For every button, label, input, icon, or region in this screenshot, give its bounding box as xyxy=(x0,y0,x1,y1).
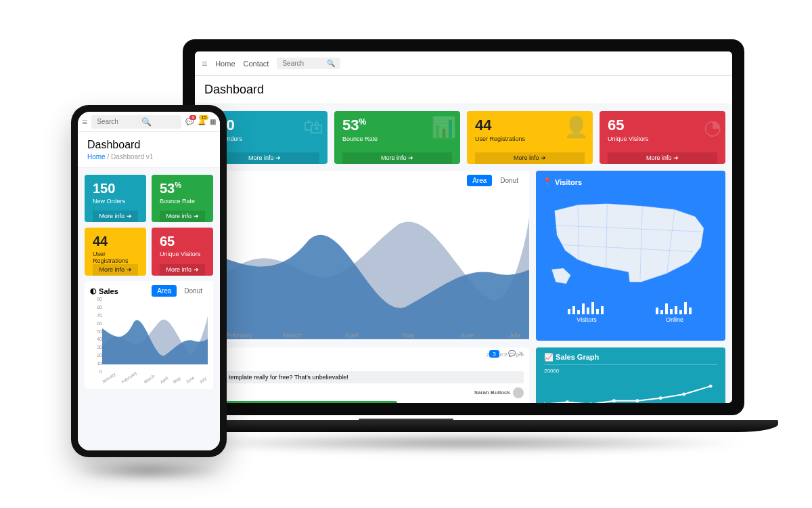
svg-point-35 xyxy=(709,384,713,387)
arrow-icon: ➜ xyxy=(194,213,199,219)
visitors-card: 📍 Visitors xyxy=(536,171,725,341)
chat-sender: Sarah Bullock xyxy=(207,387,524,398)
progress-bar xyxy=(207,401,397,403)
tab-donut[interactable]: Donut xyxy=(495,175,524,186)
nav-contact[interactable]: Contact xyxy=(244,60,269,68)
nav-home[interactable]: Home xyxy=(215,60,235,68)
arrow-icon: ➜ xyxy=(275,154,281,161)
chat-time: 23 Jan 2:00 pm xyxy=(207,352,524,358)
sales-graph-title: 📈 Sales Graph xyxy=(544,353,717,365)
svg-point-30 xyxy=(589,402,592,403)
stat-value: 150 xyxy=(93,182,138,195)
tab-area[interactable]: Area xyxy=(152,285,177,297)
sparkline-row: Visitors Online xyxy=(543,301,719,323)
search-input[interactable] xyxy=(97,118,137,125)
area-chart-panel: Area Donut February March April May xyxy=(202,171,529,341)
stat-label: New Orders xyxy=(93,198,138,205)
chat-count: 3 xyxy=(489,350,499,358)
stat-footer[interactable]: More info ➜ xyxy=(608,152,717,164)
comment-icon[interactable]: 💬3 xyxy=(185,118,194,125)
page-header: Dashboard xyxy=(195,76,732,104)
stat-footer[interactable]: More info ➜ xyxy=(93,211,138,222)
phone-screen: ≡ 🔍 💬3 🔔15 ▦ Dashboard Home / Dashboard … xyxy=(78,112,220,450)
stat-footer[interactable]: More info ➜ xyxy=(475,152,585,164)
svg-rect-27 xyxy=(689,308,692,314)
stat-value: 53% xyxy=(160,182,205,195)
svg-rect-16 xyxy=(587,308,589,314)
svg-point-31 xyxy=(612,399,616,402)
chat-card: 3 − 💬 ✕ 23 Jan 2:00 pm Is this template … xyxy=(202,347,529,403)
svg-point-34 xyxy=(682,392,685,396)
nav-right-icons: 💬3 🔔15 ▦ xyxy=(185,118,216,125)
search-icon[interactable]: 🔍 xyxy=(327,60,335,67)
stat-user-registrations[interactable]: 44 User Registrations More info ➜ xyxy=(85,228,146,276)
svg-rect-14 xyxy=(577,310,580,314)
close-icon[interactable]: ✕ xyxy=(518,350,524,357)
bell-icon[interactable]: 🔔15 xyxy=(198,118,206,125)
chart-icon: 📈 xyxy=(544,353,554,361)
panel-header: Area Donut xyxy=(202,171,529,190)
phone-content: 150 New Orders More info ➜ 53% Bounce Ra… xyxy=(78,168,220,450)
pie-icon: ◐ xyxy=(90,287,97,295)
bag-icon: 🛍 xyxy=(303,115,323,138)
stat-footer[interactable]: More info ➜ xyxy=(160,211,205,222)
y-axis: 9080706050403020100 xyxy=(90,297,102,374)
sales-title: Sales xyxy=(99,287,118,295)
svg-rect-17 xyxy=(591,302,594,314)
spark-visitors: Visitors xyxy=(566,301,607,323)
search-input[interactable] xyxy=(282,60,323,67)
arrow-icon: ➜ xyxy=(127,213,132,219)
search-box[interactable]: 🔍 xyxy=(91,115,181,129)
svg-rect-24 xyxy=(675,306,677,314)
sales-area-chart: 9080706050403020100 JanuaryFebruaryMarch… xyxy=(90,297,208,385)
grid-icon[interactable]: ▦ xyxy=(210,118,216,125)
svg-point-29 xyxy=(566,400,569,403)
stat-value: 44 xyxy=(93,234,138,248)
minus-icon[interactable]: − xyxy=(502,350,505,357)
avatar xyxy=(513,387,524,398)
svg-point-28 xyxy=(544,402,545,403)
chat-comment-icon[interactable]: 💬 xyxy=(508,350,516,357)
breadcrumb: Home / Dashboard v1 xyxy=(87,153,210,161)
svg-text:April: April xyxy=(345,331,358,339)
page-title: Dashboard xyxy=(204,83,723,97)
laptop-shadow xyxy=(176,433,751,452)
stat-label: Unique Visitors xyxy=(608,135,717,142)
chat-message: Is this template really for free? That's… xyxy=(207,371,524,383)
svg-point-33 xyxy=(659,396,662,400)
stat-unique-visitors[interactable]: 65 Unique Visitors More info ➜ xyxy=(152,228,213,276)
svg-rect-18 xyxy=(596,309,599,314)
stat-footer[interactable]: More info ➜ xyxy=(93,264,138,276)
menu-icon[interactable]: ≡ xyxy=(82,117,87,127)
usa-map[interactable] xyxy=(543,190,719,295)
svg-rect-25 xyxy=(679,310,682,314)
stat-user-registrations[interactable]: 44 User Registrations 👤 More info ➜ xyxy=(467,111,593,164)
stat-footer[interactable]: More info ➜ xyxy=(342,152,452,164)
svg-rect-21 xyxy=(660,310,663,314)
stat-new-orders[interactable]: 150 New Orders More info ➜ xyxy=(85,175,146,222)
stat-unique-visitors[interactable]: 65 Unique Visitors ◔ More info ➜ xyxy=(600,111,725,164)
search-box[interactable]: 🔍 xyxy=(277,58,340,69)
panels-row: Area Donut February March April May xyxy=(202,171,725,341)
svg-rect-22 xyxy=(665,303,668,314)
globe-search-icon[interactable]: 🔍 xyxy=(141,117,152,127)
stat-bounce-rate[interactable]: 53% Bounce Rate More info ➜ xyxy=(152,175,213,222)
stat-bounce-rate[interactable]: 53% Bounce Rate 📊 More info ➜ xyxy=(334,111,460,164)
tab-donut[interactable]: Donut xyxy=(179,285,208,297)
menu-icon[interactable]: ≡ xyxy=(202,58,207,69)
stat-label: Unique Visitors xyxy=(160,251,205,257)
breadcrumb-home[interactable]: Home xyxy=(87,153,106,161)
stat-footer[interactable]: More info ➜ xyxy=(160,264,205,276)
chat-toolbar: 3 − 💬 ✕ xyxy=(489,350,524,358)
phone-frame: ≡ 🔍 💬3 🔔15 ▦ Dashboard Home / Dashboard … xyxy=(71,105,227,457)
laptop-content: 150 New Orders 🛍 More info ➜ 53% Bounce … xyxy=(195,104,732,403)
svg-rect-12 xyxy=(568,309,570,314)
svg-text:May: May xyxy=(402,331,414,339)
tab-area[interactable]: Area xyxy=(467,175,492,186)
laptop-screen: ≡ Home Contact 🔍 Dashboard 150 New Order… xyxy=(195,51,732,403)
map-pin-icon: 📍 xyxy=(543,177,552,186)
svg-rect-19 xyxy=(601,306,604,314)
arrow-icon: ➜ xyxy=(541,154,546,161)
laptop-frame: ≡ Home Contact 🔍 Dashboard 150 New Order… xyxy=(183,39,744,415)
laptop-base xyxy=(149,420,778,432)
